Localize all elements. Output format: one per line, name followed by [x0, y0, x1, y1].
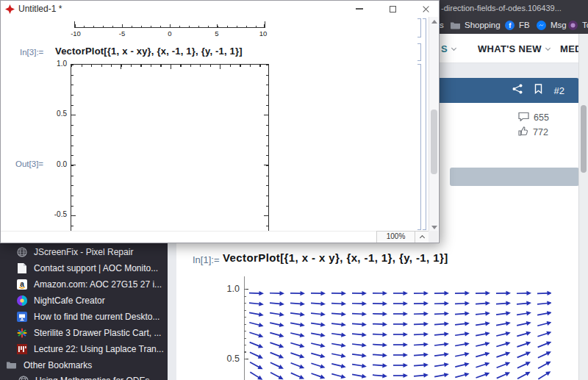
sidebar-other-bookmarks[interactable]: Other Bookmarks — [0, 357, 168, 373]
sidebar-bookmark-mit-lecture[interactable]: Lecture 22: Using Laplace Tran... — [0, 341, 168, 357]
mathematica-window: Untitled-1 * -10 -5 0 5 10 In[3]:= Vecto… — [0, 0, 440, 243]
vector-field-plot — [248, 276, 551, 380]
bookmarks-list: JScreenFix - Pixel Repair Contact suppor… — [0, 244, 168, 380]
bookmark-item-overflow[interactable]: s — [440, 16, 444, 34]
bookmark-item-msg[interactable]: Msg — [536, 16, 567, 34]
close-button[interactable] — [413, 1, 438, 17]
y-tick-label: 0.5 — [215, 354, 240, 364]
mathematica-input-code[interactable]: VectorPlot[{1, x - xy}, {x, -1, 1}, {y, … — [55, 46, 243, 57]
output-label: Out[3]= — [15, 159, 43, 168]
window-title: Untitled-1 * — [18, 4, 62, 14]
bookmark-label: Using Mathematica for ODEs, ... — [35, 376, 162, 380]
page-scrollbar[interactable] — [578, 34, 588, 380]
sidebar-bookmark-desktop-help[interactable]: How to find the current Deskto... — [0, 309, 168, 325]
x-tick-label: 10 — [259, 29, 268, 37]
globe-icon — [16, 247, 27, 257]
chevron-down-icon — [545, 45, 551, 50]
replies-count: 655 — [534, 112, 549, 123]
bookmark-ribbon-icon[interactable] — [534, 84, 542, 97]
folder-icon — [6, 361, 17, 369]
bookmark-item-fb[interactable]: f FB — [504, 16, 530, 34]
bookmark-label: s — [440, 21, 444, 29]
screen: -direction-fields-of-odes.106439... s Sh… — [0, 0, 588, 380]
folder-icon — [450, 21, 461, 29]
maximize-button[interactable] — [380, 1, 405, 17]
mathematica-code: VectorPlot[{1, x - x y}, {x, -1, 1}, {y,… — [223, 251, 448, 264]
nav-forums[interactable]: S — [441, 43, 456, 54]
sidebar-bookmark-nightcafe[interactable]: NightCafe Creator — [0, 293, 168, 309]
x-axis-line — [74, 27, 265, 28]
bookmark-label: Other Bookmarks — [24, 360, 92, 370]
sidebar-bookmark-contact-support[interactable]: Contact support | AOC Monito... — [0, 260, 168, 276]
mathematica-titlebar[interactable]: Untitled-1 * — [1, 1, 439, 17]
scrollbar-thumb[interactable] — [431, 110, 437, 174]
y-tick-label: -0.5 — [43, 210, 67, 218]
bookmark-label: Amazon.com: AOC 27G15 27 i... — [34, 279, 162, 290]
post-stats: 655 772 — [518, 110, 549, 140]
share-icon[interactable] — [512, 84, 523, 97]
cell-bracket[interactable] — [417, 64, 421, 230]
nav-forums-label: S — [441, 43, 448, 54]
y-tick-label: 1.0 — [43, 60, 67, 68]
zoom-level[interactable]: 100% — [377, 232, 415, 243]
bookmark-label: Sterilite 3 Drawer Plastic Cart, ... — [34, 328, 161, 338]
scrollbar-thumb[interactable] — [581, 105, 587, 173]
mathematica-icon — [5, 4, 15, 17]
x-tick-label: 0 — [168, 29, 171, 37]
messenger-icon — [536, 21, 547, 30]
x-tick-label: -10 — [71, 29, 81, 37]
y-minor-ticks — [71, 65, 74, 232]
sterilite-icon — [16, 328, 27, 338]
output-plot-frame — [71, 64, 269, 232]
input-label: In[1]:= — [193, 254, 220, 265]
bookmark-item-tor[interactable]: Tor — [567, 16, 588, 34]
sidebar-bookmark-jscreenfix[interactable]: JScreenFix - Pixel Repair — [0, 244, 168, 260]
window-resize-corner[interactable] — [429, 231, 438, 243]
bookmark-label: Tor — [582, 21, 588, 29]
scroll-up-button[interactable] — [429, 17, 439, 26]
notebook-scrollbar[interactable] — [429, 17, 438, 232]
tab-title[interactable]: -direction-fields-of-odes.106439... — [441, 0, 562, 16]
cell-bracket[interactable] — [417, 43, 421, 61]
replies-stat: 655 — [518, 110, 549, 125]
x-minor-ticks — [71, 65, 268, 67]
bookmark-label: How to find the current Deskto... — [34, 312, 159, 322]
minimize-button[interactable] — [347, 1, 372, 17]
bookmark-label: JScreenFix - Pixel Repair — [34, 247, 133, 257]
page-icon — [16, 263, 27, 273]
y-tick-label: 0.5 — [43, 110, 67, 118]
chevron-down-icon — [451, 45, 456, 50]
post-number[interactable]: #2 — [554, 85, 564, 96]
sidebar-bookmark-amazon[interactable]: a Amazon.com: AOC 27G15 27 i... — [0, 276, 168, 293]
y-tick-label: 1.0 — [215, 284, 240, 294]
sidebar-bookmark-sterilite[interactable]: Sterilite 3 Drawer Plastic Cart, ... — [0, 325, 168, 341]
cell-bracket[interactable] — [417, 18, 421, 37]
previous-plot-axis: -10 -5 0 5 10 — [74, 21, 265, 39]
amazon-icon: a — [16, 279, 27, 290]
bookmark-label: Contact support | AOC Monito... — [34, 263, 158, 273]
thumbs-up-icon[interactable] — [518, 126, 528, 138]
notebook-area[interactable]: -10 -5 0 5 10 In[3]:= VectorPlot[{1, x -… — [1, 17, 429, 232]
x-tick-label: -5 — [119, 29, 125, 37]
facebook-icon: f — [504, 21, 515, 30]
bookmark-label: NightCafe Creator — [34, 295, 105, 306]
x-tick-label: 5 — [215, 29, 218, 37]
nav-whats-new-label: WHAT'S NEW — [478, 43, 542, 54]
mathematica-statusbar: 100% — [1, 231, 429, 243]
globe-icon — [18, 376, 29, 380]
forum-post-content: In[1]:= VectorPlot[{1, x - x y}, {x, -1,… — [176, 243, 578, 380]
y-tick-label: 0.0 — [43, 160, 67, 168]
zoom-control[interactable]: 100% — [376, 231, 429, 243]
cell-group-bracket[interactable] — [423, 18, 426, 230]
svg-text:a: a — [20, 280, 24, 288]
likes-count: 772 — [533, 127, 548, 137]
sidebar-bookmark-using-mathematica[interactable]: Using Mathematica for ODEs, ... — [0, 373, 168, 380]
mit-icon — [16, 344, 27, 354]
zoom-menu-caret[interactable] — [415, 232, 429, 243]
collapsed-quote-bar[interactable] — [450, 168, 579, 186]
bookmark-item-shopping[interactable]: Shopping — [450, 16, 501, 34]
nav-whats-new[interactable]: WHAT'S NEW — [478, 43, 550, 54]
likes-stat: 772 — [518, 125, 549, 140]
input-label: In[3]:= — [20, 48, 43, 57]
y-minor-ticks — [266, 65, 268, 232]
